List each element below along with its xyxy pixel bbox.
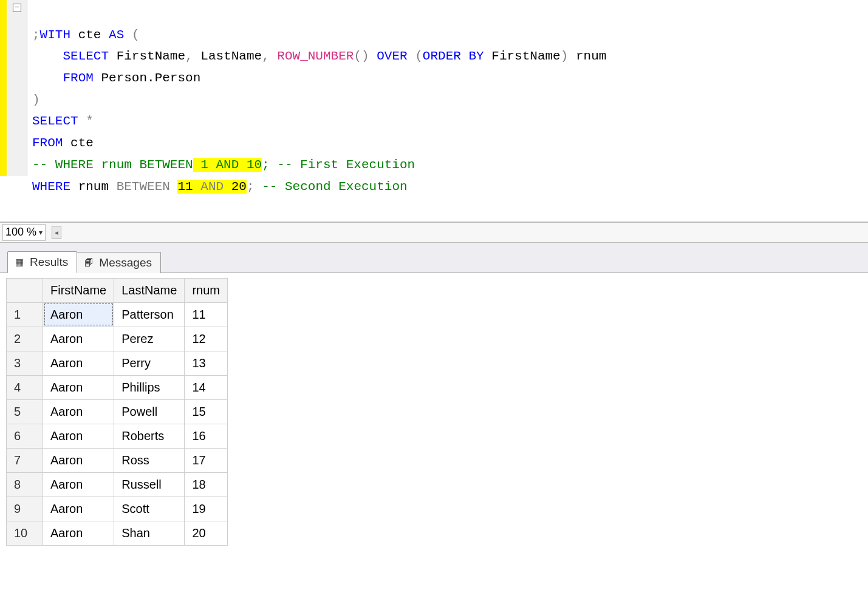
cell-firstname[interactable]: Aaron [43,327,114,351]
cell-lastname[interactable]: Russell [114,472,185,497]
table-row[interactable]: 6AaronRoberts16 [7,424,228,448]
token-close-paren2: ) [561,49,569,63]
cell-lastname[interactable]: Perez [114,327,185,351]
cell-firstname[interactable]: Aaron [43,497,114,521]
token-20: 20 [231,180,247,194]
cell-rnum[interactable]: 19 [185,497,228,521]
col-lastname[interactable]: LastName [114,278,185,302]
cell-lastname[interactable]: Patterson [114,302,185,327]
row-number[interactable]: 1 [7,302,43,327]
cell-firstname[interactable]: Aaron [43,302,114,327]
fold-gutter: − [8,0,27,176]
token-rnum2: rnum [78,180,109,194]
cell-rnum[interactable]: 13 [185,351,228,375]
table-row[interactable]: 10AaronShan20 [7,521,228,545]
table-row[interactable]: 2AaronPerez12 [7,327,228,351]
cell-firstname[interactable]: Aaron [43,351,114,375]
token-lastname: LastName [200,49,262,63]
hscroll-left[interactable]: ◂ [52,226,61,239]
tab-results[interactable]: ▦ Results [7,251,77,273]
col-firstname[interactable]: FirstName [43,278,114,302]
table-row[interactable]: 9AaronScott19 [7,497,228,521]
results-pane: FirstName LastName rnum 1AaronPatterson1… [0,273,868,551]
cell-firstname[interactable]: Aaron [43,424,114,448]
messages-icon: 🗐 [83,257,94,268]
editor-gutter: − [0,0,27,222]
cell-firstname[interactable]: Aaron [43,521,114,545]
token-open-paren: ( [132,28,140,42]
zoom-bar: 100 % ▾ ◂ [0,222,868,243]
row-number[interactable]: 8 [7,472,43,497]
token-from2: FROM [32,136,63,150]
code-editor[interactable]: − ;WITH cte AS ( SELECT FirstName, LastN… [0,0,868,222]
tab-results-label: Results [30,256,68,269]
token-rnum: rnum [576,49,606,63]
token-person: Person.Person [101,71,200,85]
cell-lastname[interactable]: Ross [114,448,185,472]
zoom-dropdown[interactable]: 100 % ▾ [2,224,46,241]
cell-lastname[interactable]: Shan [114,521,185,545]
cell-rnum[interactable]: 17 [185,448,228,472]
highlight-11-20: 11 AND 20 [177,180,246,194]
highlight-1-10: 1 AND 10 [193,158,262,172]
code-content[interactable]: ;WITH cte AS ( SELECT FirstName, LastNam… [27,0,606,222]
cell-lastname[interactable]: Roberts [114,424,185,448]
cell-lastname[interactable]: Phillips [114,375,185,399]
col-rnum[interactable]: rnum [185,278,228,302]
table-row[interactable]: 8AaronRussell18 [7,472,228,497]
table-row[interactable]: 5AaronPowell15 [7,399,228,424]
cell-rnum[interactable]: 18 [185,472,228,497]
zoom-value: 100 % [5,226,36,239]
cell-firstname[interactable]: Aaron [43,375,114,399]
row-number[interactable]: 7 [7,448,43,472]
cell-lastname[interactable]: Scott [114,497,185,521]
cell-rnum[interactable]: 16 [185,424,228,448]
token-from: FROM [63,71,93,85]
token-select2: SELECT [32,114,78,128]
table-row[interactable]: 4AaronPhillips14 [7,375,228,399]
fold-collapse-icon[interactable]: − [13,4,21,12]
results-header-row: FirstName LastName rnum [7,278,228,302]
token-and: AND [200,180,224,194]
token-row-number: ROW_NUMBER [277,49,354,63]
token-with: WITH [40,28,70,42]
row-number[interactable]: 5 [7,399,43,424]
cell-rnum[interactable]: 15 [185,399,228,424]
token-between: BETWEEN [117,180,170,194]
results-grid[interactable]: FirstName LastName rnum 1AaronPatterson1… [6,278,228,546]
row-number[interactable]: 6 [7,424,43,448]
table-row[interactable]: 7AaronRoss17 [7,448,228,472]
chevron-down-icon: ▾ [39,228,43,237]
row-number[interactable]: 10 [7,521,43,545]
cell-rnum[interactable]: 14 [185,375,228,399]
row-number[interactable]: 9 [7,497,43,521]
cell-lastname[interactable]: Powell [114,399,185,424]
token-close-paren: ) [32,93,40,107]
token-semi: ; [32,28,40,42]
token-select: SELECT [63,49,109,63]
cell-rnum[interactable]: 11 [185,302,228,327]
cell-firstname[interactable]: Aaron [43,448,114,472]
cell-lastname[interactable]: Perry [114,351,185,375]
token-as: AS [109,28,124,42]
table-row[interactable]: 3AaronPerry13 [7,351,228,375]
tab-messages-label: Messages [99,256,152,270]
row-number[interactable]: 2 [7,327,43,351]
cell-firstname[interactable]: Aaron [43,399,114,424]
row-number[interactable]: 3 [7,351,43,375]
results-corner [7,278,43,302]
cell-firstname[interactable]: Aaron [43,472,114,497]
token-over: OVER [377,49,407,63]
cell-rnum[interactable]: 20 [185,521,228,545]
token-firstname: FirstName [117,49,185,63]
token-where: WHERE [32,180,70,194]
table-row[interactable]: 1AaronPatterson11 [7,302,228,327]
change-marker [0,0,7,176]
token-order-by: ORDER BY [423,49,484,63]
token-firstname2: FirstName [491,49,560,63]
cell-rnum[interactable]: 12 [185,327,228,351]
tab-messages[interactable]: 🗐 Messages [77,252,161,273]
token-open-paren2: ( [415,49,423,63]
row-number[interactable]: 4 [7,375,43,399]
results-tabs: ▦ Results 🗐 Messages [0,243,868,273]
